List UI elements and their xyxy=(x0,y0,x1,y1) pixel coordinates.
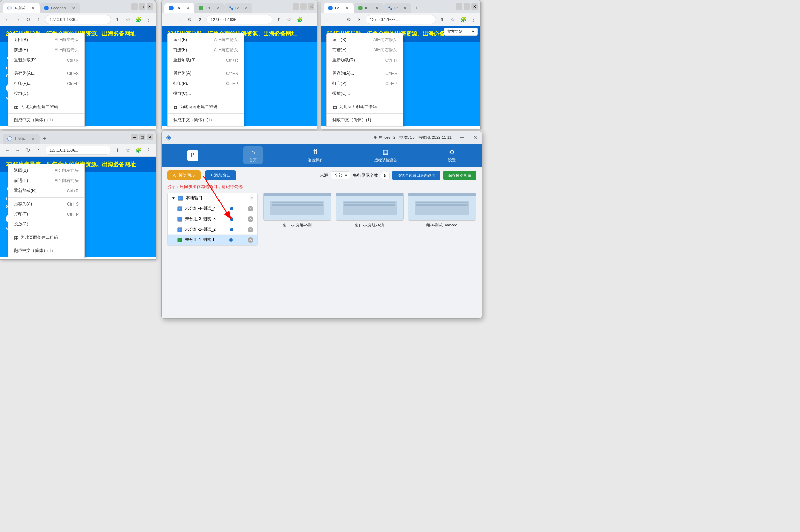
cm2-cast[interactable]: 投放(C)... xyxy=(168,88,244,99)
del-btn-3[interactable]: ✕ xyxy=(248,216,253,222)
tab-2-paw[interactable]: 🐾 12 ✕ xyxy=(224,3,252,13)
star-btn-4[interactable]: ☆ xyxy=(124,146,132,154)
cm3-back[interactable]: 返回(B) Alt+向左箭头 xyxy=(327,35,403,45)
address-bar-3[interactable]: 127.0.0.1:1636... xyxy=(366,15,436,24)
share-btn-4[interactable]: ⬆ xyxy=(113,146,122,154)
resize-icon[interactable]: □ xyxy=(468,30,470,34)
back-btn-3[interactable]: ← xyxy=(324,15,332,24)
close-btn-3[interactable]: ✕ xyxy=(471,3,478,10)
puzzle-btn-3[interactable]: 🧩 xyxy=(459,15,467,24)
reload-btn-4[interactable]: ↻ xyxy=(24,146,32,154)
add-window-btn[interactable]: + 添加窗口 xyxy=(205,170,236,180)
cm3-translate[interactable]: 翻成中文（简体）(T) xyxy=(327,115,403,125)
more-btn-3[interactable]: ⋮ xyxy=(469,15,478,24)
checkbox-2[interactable]: ✓ xyxy=(177,227,182,232)
minimize-btn-4[interactable]: ─ xyxy=(131,134,138,140)
win-item-3[interactable]: ✓ 未分组-3-测试_3 ✕ xyxy=(168,214,257,224)
source-select[interactable]: 全部 ▾ xyxy=(331,171,350,179)
cm1-reload[interactable]: 重新加载(R) Ctrl+R xyxy=(8,55,84,65)
cm4-qr[interactable]: ▦ 为此页面创建二维码 xyxy=(8,232,84,242)
star-btn-2[interactable]: ☆ xyxy=(285,15,293,24)
share-btn-2[interactable]: ⬆ xyxy=(275,15,283,24)
cm4-cast[interactable]: 投放(C)... xyxy=(8,219,84,229)
back-btn-2[interactable]: ← xyxy=(164,15,173,24)
tab-2-fa[interactable]: Fa... ✕ xyxy=(164,3,194,13)
cm1-qr[interactable]: ▦ 为此页面创建二维码 xyxy=(8,102,84,112)
cm3-reload[interactable]: 重新加载(R) Ctrl+R xyxy=(327,55,403,65)
star-btn-1[interactable]: ☆ xyxy=(124,15,132,24)
cm2-translate[interactable]: 翻成中文（简体）(T) xyxy=(168,115,244,125)
cm4-saveas[interactable]: 另存为(A)... Ctrl+S xyxy=(8,199,84,209)
minimize-btn-2[interactable]: ─ xyxy=(293,3,299,10)
forward-btn-3[interactable]: → xyxy=(334,15,343,24)
cm3-cast[interactable]: 投放(C)... xyxy=(327,88,403,99)
maximize-btn-1[interactable]: □ xyxy=(139,3,145,10)
new-tab-btn-4[interactable]: + xyxy=(40,134,49,144)
close-sync-btn[interactable]: ⊙ 关闭同步 xyxy=(167,170,201,180)
more-btn-2[interactable]: ⋮ xyxy=(306,15,314,24)
minimize-btn-1[interactable]: ─ xyxy=(131,3,138,10)
tab-close-fb1[interactable]: ✕ xyxy=(71,6,76,10)
tab-1-facebook[interactable]: Faceboo... ✕ xyxy=(40,3,80,13)
cm2-back[interactable]: 返回(B) Alt+向左箭头 xyxy=(168,35,244,45)
close-btn-2[interactable]: ✕ xyxy=(308,3,314,10)
address-bar-4[interactable]: 127.0.0.1:1636... xyxy=(45,146,111,155)
cm3-qr[interactable]: ▦ 为此页面创建二维码 xyxy=(327,102,403,112)
checkbox-local[interactable]: ✓ xyxy=(178,196,183,201)
minimize-btn-3[interactable]: ─ xyxy=(456,3,462,10)
panel-maximize[interactable]: □ xyxy=(467,134,470,140)
cm3-print[interactable]: 打印(P)... Ctrl+P xyxy=(327,78,403,88)
puzzle-btn-4[interactable]: 🧩 xyxy=(134,146,143,154)
cm1-print[interactable]: 打印(P)... Ctrl+P xyxy=(8,78,84,88)
preview-btn[interactable]: 预览勾选窗口最新画面 xyxy=(392,171,440,180)
tab-3-ip[interactable]: IPi... ✕ xyxy=(354,3,384,13)
reload-btn-3[interactable]: ↻ xyxy=(345,15,353,24)
nav-settings[interactable]: ⚙ 设置 xyxy=(442,146,462,164)
tab-close-paw2[interactable]: ✕ xyxy=(243,6,248,10)
nav-group[interactable]: ⇅ 群控操作 xyxy=(302,146,329,164)
tab-close-ip3[interactable]: ✕ xyxy=(375,6,379,10)
official-site-btn[interactable]: 官方网站 ─ □ ✕ xyxy=(444,28,478,36)
del-btn-4[interactable]: ✕ xyxy=(248,206,253,211)
win-item-local[interactable]: ▼ ✓ 本地窗口 ↻ xyxy=(168,193,257,203)
cm3-forward[interactable]: 前进(E) Alt+向右箭头 xyxy=(327,45,403,55)
tab-2-ip[interactable]: IPi... ✕ xyxy=(194,3,224,13)
puzzle-btn-2[interactable]: 🧩 xyxy=(295,15,304,24)
win-item-2[interactable]: ✓ 未分组-2-测试_2 ✕ xyxy=(168,224,257,235)
win-item-1[interactable]: ✓ 未分组-1-测试 1 ✕ xyxy=(168,235,257,245)
forward-btn-4[interactable]: → xyxy=(14,146,22,154)
cm1-cast[interactable]: 投放(C)... xyxy=(8,88,84,99)
cm2-reload[interactable]: 重新加载(R) Ctrl+R xyxy=(168,55,244,65)
more-btn-4[interactable]: ⋮ xyxy=(145,146,153,154)
new-tab-btn-2[interactable]: + xyxy=(252,3,262,13)
more-btn-1[interactable]: ⋮ xyxy=(145,15,153,24)
close-btn-4[interactable]: ✕ xyxy=(147,134,153,140)
cm1-translate[interactable]: 翻成中文（简体）(T) xyxy=(8,115,84,125)
puzzle-btn-1[interactable]: 🧩 xyxy=(134,15,143,24)
tab-4-page[interactable]: 1-测试... ✕ xyxy=(3,134,40,144)
close-btn-1[interactable]: ✕ xyxy=(147,3,153,10)
nav-home[interactable]: ⌂ 首页 xyxy=(243,146,263,164)
del-btn-2[interactable]: ✕ xyxy=(248,227,253,232)
tab-3-paw[interactable]: 🐾 12 ✕ xyxy=(384,3,411,13)
refresh-icon[interactable]: ↻ xyxy=(250,196,253,201)
maximize-btn-2[interactable]: □ xyxy=(300,3,307,10)
star-btn-3[interactable]: ☆ xyxy=(448,15,457,24)
tab-close-paw3[interactable]: ✕ xyxy=(402,6,407,10)
reload-btn-2[interactable]: ↻ xyxy=(185,15,194,24)
cm1-forward[interactable]: 前进(E) Alt+向右箭头 xyxy=(8,45,84,55)
panel-close[interactable]: ✕ xyxy=(473,134,477,141)
reload-btn-1[interactable]: ↻ xyxy=(24,15,32,24)
cm4-reload[interactable]: 重新加载(R) Ctrl+R xyxy=(8,186,84,196)
cm1-saveas[interactable]: 另存为(A)... Ctrl+S xyxy=(8,68,84,78)
forward-btn-1[interactable]: → xyxy=(14,15,22,24)
address-bar-2[interactable]: 127.0.0.1:1636... xyxy=(206,15,272,24)
tab-1-active[interactable]: 1-测试... ✕ xyxy=(3,3,40,13)
maximize-btn-4[interactable]: □ xyxy=(139,134,145,140)
minimize-icon[interactable]: ─ xyxy=(464,30,467,34)
cm2-saveas[interactable]: 另存为(A)... Ctrl+S xyxy=(168,68,244,78)
panel-minimize[interactable]: ─ xyxy=(460,134,464,140)
back-btn-4[interactable]: ← xyxy=(3,146,11,154)
cm4-back[interactable]: 返回(B) Alt+向左箭头 xyxy=(8,165,84,176)
share-btn-3[interactable]: ⬆ xyxy=(438,15,446,24)
